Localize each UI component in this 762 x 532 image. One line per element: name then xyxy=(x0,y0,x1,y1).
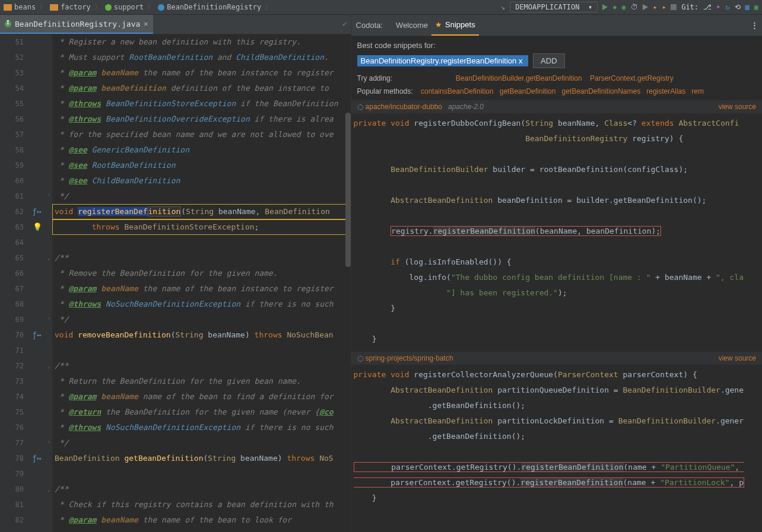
breadcrumb-item[interactable]: support xyxy=(101,3,148,11)
fold-column: ⌃ ⌄ ⌃ ⌄ ⌃ ⌄ xyxy=(45,34,52,532)
suggestion-link[interactable]: BeanDefinitionBuilder.getBeanDefinition xyxy=(456,74,582,82)
best-snippets-label: Best code snippets for: xyxy=(357,41,756,50)
close-icon[interactable]: ✕ xyxy=(144,20,148,28)
rerun-icon[interactable] xyxy=(643,4,648,10)
run-config-dropdown[interactable]: DEMOAPPLICATION ▾ xyxy=(510,2,598,12)
analysis-ok-icon[interactable]: ✔ xyxy=(342,20,347,28)
tab-snippets[interactable]: ★ Snippets xyxy=(431,15,479,36)
stop-icon[interactable] xyxy=(671,4,677,10)
codota-label: Codota: xyxy=(356,21,383,30)
popular-methods-label: Popular methods: xyxy=(357,87,413,95)
attach-icon[interactable]: ✦ xyxy=(662,3,666,11)
interface-icon xyxy=(5,21,11,27)
chevron-right-icon: 〉 xyxy=(94,2,101,12)
popular-link[interactable]: rem xyxy=(691,87,704,95)
snippet-header: ◌ apache/incubator-dubbo apache-2.0 view… xyxy=(351,100,762,113)
debug-icon[interactable]: ✸ xyxy=(612,3,617,11)
view-source-link[interactable]: view source xyxy=(719,354,756,362)
folder-icon xyxy=(50,4,58,11)
coverage-icon[interactable]: ◉ xyxy=(621,3,626,11)
code-snippet[interactable]: private void registerCollectorAnalyzerQu… xyxy=(351,365,762,511)
terminal-icon[interactable]: ▣ xyxy=(754,3,758,11)
snippet-license: apache-2.0 xyxy=(448,103,484,111)
line-gutter: 5152535455565758596061626364656667686970… xyxy=(0,34,28,532)
chevron-right-icon: 〉 xyxy=(39,2,46,12)
snippet-header: ◌ spring-projects/spring-batch view sour… xyxy=(351,352,762,365)
add-button[interactable]: ADD xyxy=(533,53,564,68)
implements-icon[interactable]: ƒ↔ xyxy=(28,451,45,466)
git-commit-icon[interactable]: ➤ xyxy=(716,3,720,11)
implements-icon[interactable]: ƒ↔ xyxy=(28,204,45,219)
run-icon[interactable] xyxy=(602,4,608,10)
tab-welcome[interactable]: Welcome xyxy=(392,15,431,35)
star-icon: ★ xyxy=(435,20,442,29)
editor-tabs: BeanDefinitionRegistry.java ✕ ✔ xyxy=(0,15,351,34)
toolbar: ↘ DEMOAPPLICATION ▾ ✸ ◉ ⏱ ✦ ✦ Git: ⎇ ➤ ↻… xyxy=(501,2,762,12)
codota-tabs: Codota: Welcome ★ Snippets ⋮ xyxy=(351,15,762,36)
attach-icon[interactable]: ✦ xyxy=(653,3,657,11)
popular-link[interactable]: containsBeanDefinition xyxy=(421,87,494,95)
popular-link[interactable]: getBeanDefinitionNames xyxy=(561,87,640,95)
tab-title: BeanDefinitionRegistry.java xyxy=(15,20,140,28)
more-icon[interactable]: ⋮ xyxy=(751,21,757,30)
view-source-link[interactable]: view source xyxy=(719,103,756,111)
popular-link[interactable]: getBeanDefinition xyxy=(500,87,556,95)
scrollbar-thumb[interactable] xyxy=(345,113,351,267)
hammer-icon[interactable]: ↘ xyxy=(501,3,505,11)
git-label: Git: xyxy=(681,3,698,11)
breadcrumb-item[interactable]: BeanDefinitionRegistry xyxy=(154,3,265,11)
breadcrumb-bar: beans 〉 factory 〉 support 〉 BeanDefiniti… xyxy=(0,0,762,15)
folder-icon xyxy=(4,4,12,11)
windows-icon[interactable]: ▦ xyxy=(745,3,750,11)
breadcrumb-item[interactable]: factory xyxy=(46,3,94,11)
implements-icon[interactable]: ƒ↔ xyxy=(28,327,45,343)
chevron-right-icon: 〉 xyxy=(147,2,154,12)
search-chip[interactable]: BeanDefinitionRegistry.registerBeanDefin… xyxy=(357,55,529,66)
snippet-repo[interactable]: spring-projects/spring-batch xyxy=(366,354,453,362)
popular-link[interactable]: registerAlias xyxy=(646,87,685,95)
suggestion-link[interactable]: ParserContext.getRegistry xyxy=(590,74,674,82)
interface-icon xyxy=(158,4,164,11)
snippet-repo[interactable]: apache/incubator-dubbo xyxy=(366,103,442,111)
code-area[interactable]: * Register a new bean definition with th… xyxy=(52,34,351,532)
remove-chip-icon[interactable]: x xyxy=(519,56,523,65)
gutter-icons: ƒ↔💡 ƒ↔ ƒ↔ xyxy=(28,34,45,532)
editor-tab[interactable]: BeanDefinitionRegistry.java ✕ xyxy=(0,15,153,34)
git-history-icon[interactable]: ⟲ xyxy=(735,3,741,11)
chevron-right-icon: 〉 xyxy=(265,2,272,12)
github-icon[interactable]: ◌ xyxy=(357,103,363,111)
git-branch-icon[interactable]: ⎇ xyxy=(703,3,712,11)
try-adding-label: Try adding: xyxy=(357,74,393,82)
breadcrumb-item[interactable]: beans xyxy=(0,3,39,11)
package-icon xyxy=(105,4,112,11)
github-icon[interactable]: ◌ xyxy=(357,354,363,362)
code-snippet[interactable]: private void registerDubboConfigBean(Str… xyxy=(351,113,762,352)
git-update-icon[interactable]: ↻ xyxy=(725,3,729,11)
profiler-icon[interactable]: ⏱ xyxy=(631,3,638,11)
